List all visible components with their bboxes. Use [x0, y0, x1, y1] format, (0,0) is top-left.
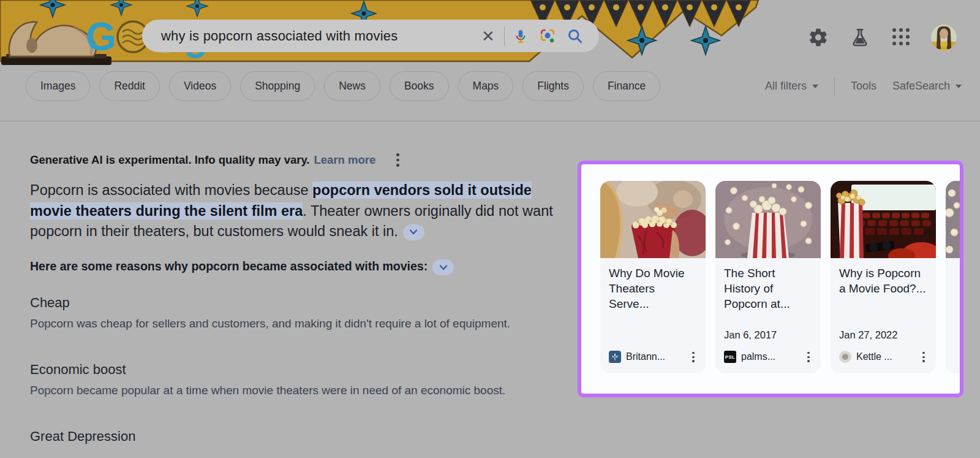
clear-search-button[interactable]: ✕	[475, 23, 502, 50]
disclaimer-text: Generative AI is experimental. Info qual…	[30, 153, 310, 167]
source-card-palmspringslife[interactable]: The Short History of Popcorn at... Jan 6…	[715, 181, 821, 373]
chevron-down-icon	[439, 265, 448, 270]
header-divider	[0, 121, 980, 121]
google-lens-icon	[540, 28, 556, 44]
card-image-popcorn-box-flying	[715, 181, 821, 258]
kettle-favicon	[839, 351, 851, 363]
avatar-photo	[931, 25, 957, 50]
card-title: Why is Popcorn a Movie Food?...	[839, 265, 927, 296]
expand-answer-button[interactable]	[403, 224, 424, 240]
microphone-icon	[513, 28, 529, 44]
card-overflow-button[interactable]	[920, 349, 927, 365]
search-magnifier-icon	[567, 28, 583, 44]
chevron-down-icon	[956, 85, 962, 88]
card-title: Why Do Movie Theaters Serve...	[609, 265, 697, 311]
labs-flask-icon	[850, 27, 870, 48]
source-cards: Why Do Movie Theaters Serve... Britann..…	[600, 181, 963, 373]
chip-flights[interactable]: Flights	[522, 71, 584, 101]
card-source-name: palms...	[741, 351, 775, 362]
chip-books[interactable]: Books	[390, 71, 449, 101]
chip-maps[interactable]: Maps	[458, 71, 514, 101]
expand-reasons-button[interactable]	[432, 259, 454, 275]
settings-button[interactable]	[806, 25, 831, 50]
section-title-economic-boost: Economic boost	[30, 362, 126, 378]
chevron-down-icon	[409, 229, 418, 235]
card-image-cinema-screen-popcorn	[831, 181, 936, 258]
search-bar[interactable]: ✕	[142, 20, 599, 52]
ai-source-carousel-highlighted: Why Do Movie Theaters Serve... Britann..…	[578, 161, 963, 397]
svg-text:G: G	[86, 15, 116, 59]
card-date: Jan 6, 2017	[724, 329, 812, 341]
card-date: Jan 27, 2022	[839, 329, 927, 341]
search-divider	[504, 26, 505, 46]
all-filters-button[interactable]: All filters	[765, 80, 818, 93]
ai-reasons-subheading: Here are some reasons why popcorn became…	[30, 259, 570, 275]
britannica-favicon	[609, 351, 621, 363]
answer-text: Popcorn is associated with movies becaus…	[30, 182, 312, 198]
psl-favicon: PSL	[724, 351, 736, 363]
card-overflow-button[interactable]	[805, 349, 812, 365]
google-lens-button[interactable]	[534, 23, 561, 50]
search-filter-chips: Images Reddit Videos Shopping News Books…	[26, 71, 660, 101]
filter-tools-bar: All filters Tools SafeSearch	[765, 71, 962, 101]
header-actions	[806, 25, 957, 50]
account-avatar[interactable]	[931, 25, 957, 50]
card-image-popcorn-bucket-theater	[600, 181, 706, 258]
ai-answer-paragraph: Popcorn is associated with movies becaus…	[30, 180, 570, 242]
chip-shopping[interactable]: Shopping	[240, 71, 315, 101]
card-source-name: Britann...	[626, 351, 665, 362]
chip-news[interactable]: News	[324, 71, 380, 101]
card-overflow-button[interactable]	[690, 349, 697, 365]
card-title: The Short History of Popcorn at...	[724, 265, 812, 311]
chip-finance[interactable]: Finance	[593, 71, 660, 101]
overflow-menu-button[interactable]	[394, 151, 402, 169]
generative-ai-disclaimer: Generative AI is experimental. Info qual…	[30, 151, 402, 169]
chip-reddit[interactable]: Reddit	[99, 71, 160, 101]
search-submit-button[interactable]	[561, 23, 588, 50]
section-title-cheap: Cheap	[30, 295, 70, 311]
apps-grid-icon	[892, 28, 911, 47]
chevron-down-icon	[812, 85, 818, 88]
section-body-cheap: Popcorn was cheap for sellers and custom…	[30, 317, 570, 330]
card-source-name: Kettle ...	[856, 351, 892, 362]
voice-search-button[interactable]	[507, 23, 534, 50]
source-card-partial[interactable]	[946, 181, 963, 373]
google-apps-button[interactable]	[889, 25, 914, 50]
search-input[interactable]	[161, 28, 475, 44]
gear-icon	[808, 27, 829, 48]
section-title-great-depression: Great Depression	[30, 429, 135, 445]
section-body-economic-boost: Popcorn became popular at a time when mo…	[30, 384, 570, 397]
search-labs-button[interactable]	[848, 25, 872, 50]
chip-videos[interactable]: Videos	[169, 71, 231, 101]
section-divider	[30, 421, 568, 422]
safesearch-button[interactable]: SafeSearch	[892, 80, 962, 93]
source-card-britannica[interactable]: Why Do Movie Theaters Serve... Britann..…	[600, 181, 706, 373]
source-card-kettle[interactable]: Why is Popcorn a Movie Food?... Jan 27, …	[831, 181, 936, 373]
learn-more-link[interactable]: Learn more	[314, 153, 376, 167]
tools-divider	[834, 77, 835, 96]
section-divider	[30, 348, 568, 348]
chip-images[interactable]: Images	[26, 71, 90, 101]
tools-button[interactable]: Tools	[851, 80, 876, 93]
card-image-partial	[946, 181, 963, 258]
